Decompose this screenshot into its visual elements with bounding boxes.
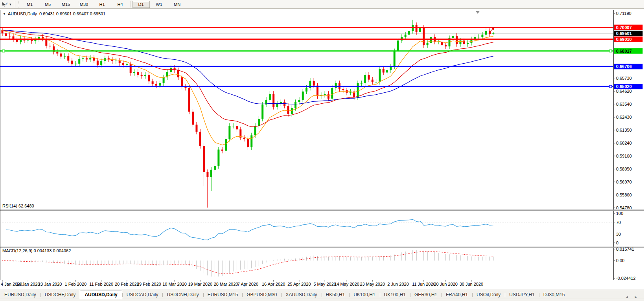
svg-text:0.54780: 0.54780	[616, 206, 632, 210]
svg-text:2 Jun 2020: 2 Jun 2020	[387, 282, 408, 286]
svg-text:25 Apr 2020: 25 Apr 2020	[287, 282, 311, 286]
svg-text:0.66706: 0.66706	[616, 64, 632, 69]
chart-tab-dj30-m15[interactable]: DJ30,M15	[539, 291, 569, 299]
svg-text:0.61350: 0.61350	[616, 128, 632, 132]
svg-text:7 Apr 2020: 7 Apr 2020	[237, 282, 258, 286]
timeframe-buttons: M1M5M15M30H1H4D1W1MN	[21, 1, 186, 8]
chart-tab-uk100-h1[interactable]: UK100,H1	[349, 291, 379, 299]
svg-text:0.58050: 0.58050	[616, 167, 632, 171]
svg-text:10 Mar 2020: 10 Mar 2020	[162, 282, 187, 286]
timeframe-button-mn[interactable]: MN	[169, 1, 186, 8]
svg-text:0.60240: 0.60240	[616, 141, 632, 145]
chart-ohlc-readout: ▼AUDUSD,Daily 0.69431 0.69601 0.69407 0.…	[3, 11, 105, 16]
ma-lines	[2, 30, 493, 145]
svg-text:1 Feb 2020: 1 Feb 2020	[65, 282, 87, 286]
chart-tab-hk50-h1[interactable]: HK50,H1	[322, 291, 350, 299]
timeframe-button-d1[interactable]: D1	[132, 1, 150, 8]
svg-text:0.59160: 0.59160	[616, 154, 632, 158]
macd-pane: 0.0157410.00-0.024412	[2, 247, 636, 281]
rsi-pane: 10070300	[0, 211, 623, 245]
svg-text:5 May 2020: 5 May 2020	[313, 282, 336, 286]
svg-text:29 Feb 2020: 29 Feb 2020	[137, 282, 161, 286]
chart-tab-xauusd-daily[interactable]: XAUUSD,Daily	[281, 291, 321, 299]
svg-text:0.62430: 0.62430	[616, 115, 632, 119]
svg-text:0.69501: 0.69501	[616, 31, 632, 36]
svg-text:0.63540: 0.63540	[616, 102, 632, 106]
svg-text:0.65020: 0.65020	[616, 84, 632, 89]
svg-text:11 Jun 2020: 11 Jun 2020	[412, 282, 436, 286]
mt4-terminal: ▾ M1M5M15M30H1H4D1W1MN ▼AUDUSD,Daily 0.6…	[0, 0, 644, 301]
pane-frame	[0, 10, 644, 280]
toolbar-separator	[15, 1, 15, 7]
svg-text:30 Jun 2020: 30 Jun 2020	[460, 282, 484, 286]
svg-text:28 Mar 2020: 28 Mar 2020	[214, 282, 238, 286]
chart-tabs-list: EURUSD,DailyUSDCHF,DailyAUDUSD,DailyUSDC…	[0, 290, 569, 299]
timeframe-button-h1[interactable]: H1	[94, 1, 111, 8]
chart-shift-marker	[476, 11, 480, 14]
price-axis: 0.711900.657300.646200.635400.624300.613…	[613, 10, 643, 280]
svg-text:0.69010: 0.69010	[616, 37, 632, 42]
chart-tab-eurusd-m15[interactable]: EURUSD,M15	[203, 291, 242, 299]
svg-text:14 May 2020: 14 May 2020	[334, 282, 359, 286]
timeframe-button-w1[interactable]: W1	[151, 1, 168, 8]
chart-tab-usdcad-daily[interactable]: USDCAD,Daily	[122, 291, 163, 299]
svg-text:30: 30	[616, 232, 621, 237]
svg-text:0.64620: 0.64620	[616, 89, 632, 94]
svg-text:0.00: 0.00	[616, 258, 624, 263]
chart-pointer-icon	[2, 2, 8, 7]
svg-text:0.55860: 0.55860	[616, 193, 632, 197]
chart-tab-audusd-daily[interactable]: AUDUSD,Daily	[80, 290, 122, 299]
timeframe-button-m5[interactable]: M5	[39, 1, 57, 8]
svg-text:23 May 2020: 23 May 2020	[360, 282, 385, 286]
svg-text:0.015741: 0.015741	[616, 247, 634, 251]
svg-text:0: 0	[616, 240, 618, 245]
rsi-indicator-label: RSI(14) 62.6480	[2, 204, 34, 208]
svg-text:0.70007: 0.70007	[616, 25, 632, 30]
svg-text:20 Feb 2020: 20 Feb 2020	[115, 282, 139, 286]
timeframe-toolbar: ▾ M1M5M15M30H1H4D1W1MN	[0, 0, 644, 9]
svg-text:0.71190: 0.71190	[616, 11, 631, 16]
toolbar-separator	[131, 1, 131, 7]
chart-tab-gbpusd-m30[interactable]: GBPUSD,M30	[242, 291, 281, 299]
macd-indicator-label: MACD(12,26,9) 0.004133 0.004062	[2, 248, 71, 253]
chart-tab-uk100-h1[interactable]: UK100,H1	[380, 291, 410, 299]
chart-area[interactable]: 0.711900.657300.646200.635400.624300.613…	[0, 10, 644, 290]
date-axis: 4 Jan 202014 Jan 202023 Jan 20201 Feb 20…	[1, 280, 483, 287]
chart-tab-fra40-h1[interactable]: FRA40,H1	[442, 291, 472, 299]
svg-text:16 Apr 2020: 16 Apr 2020	[262, 282, 285, 286]
svg-text:-0.024412: -0.024412	[616, 276, 636, 281]
candles	[2, 20, 495, 208]
chart-ohlc-values: 0.69431 0.69601 0.69407 0.69501	[39, 11, 105, 16]
toolbar-grip[interactable]	[17, 1, 19, 7]
svg-text:0.56970: 0.56970	[616, 180, 632, 184]
chart-tabs: EURUSD,DailyUSDCHF,DailyAUDUSD,DailyUSDC…	[0, 290, 644, 299]
svg-text:0.68017: 0.68017	[616, 49, 632, 53]
chart-tab-eurusd-daily[interactable]: EURUSD,Daily	[0, 291, 40, 299]
timeframe-button-m30[interactable]: M30	[75, 1, 93, 8]
svg-text:19 Mar 2020: 19 Mar 2020	[188, 282, 212, 286]
svg-text:100: 100	[616, 211, 623, 216]
timeframe-button-m15[interactable]: M15	[57, 1, 75, 8]
charts-toolbar-button[interactable]: ▾	[0, 0, 14, 8]
svg-text:0.65730: 0.65730	[616, 76, 632, 81]
timeframe-button-h4[interactable]: H4	[112, 1, 129, 8]
chart-tab-usoil-daily[interactable]: USOil,Daily	[472, 291, 505, 299]
timeframe-button-m1[interactable]: M1	[21, 1, 39, 8]
svg-text:20 Jun 2020: 20 Jun 2020	[434, 282, 458, 286]
collapse-triangle-icon[interactable]: ▼	[3, 12, 6, 16]
chart-tab-usdjpy-h1[interactable]: USDJPY,H1	[505, 291, 539, 299]
svg-text:23 Jan 2020: 23 Jan 2020	[38, 282, 62, 286]
chart-window: ▼AUDUSD,Daily 0.69431 0.69601 0.69407 0.…	[0, 9, 644, 290]
svg-text:14 Jan 2020: 14 Jan 2020	[16, 282, 40, 286]
chevron-down-icon[interactable]: ▾	[9, 2, 11, 6]
chart-tab-usdcnh-daily[interactable]: USDCNH,Daily	[162, 291, 203, 299]
chart-tab-usdchf-daily[interactable]: USDCHF,Daily	[40, 291, 80, 299]
chart-symbol-title: AUDUSD,Daily	[8, 11, 37, 16]
chart-tab-ger30-h1[interactable]: GER30,H1	[410, 291, 442, 299]
svg-text:11 Feb 2020: 11 Feb 2020	[89, 282, 113, 286]
svg-text:70: 70	[616, 220, 621, 225]
